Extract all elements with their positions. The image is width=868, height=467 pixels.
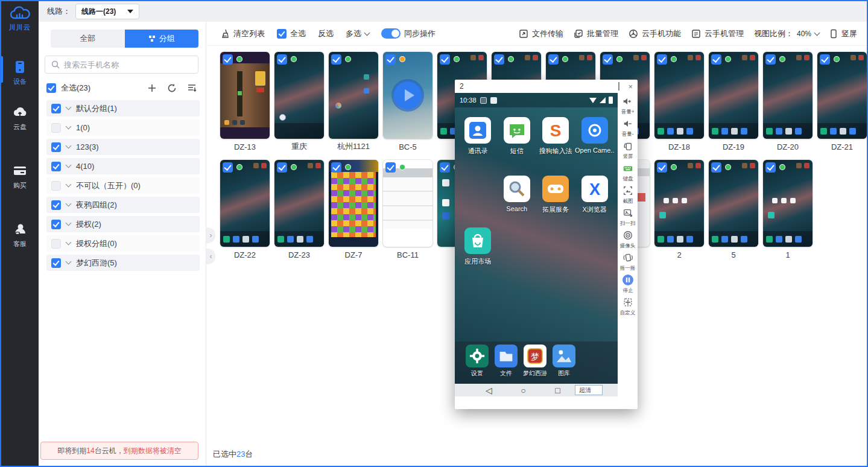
group-row[interactable]: 默认分组(1) bbox=[46, 100, 200, 116]
device-thumb[interactable] bbox=[383, 160, 432, 247]
tool-rotate[interactable]: 竖屏 bbox=[622, 140, 634, 160]
dock-app-mhxy[interactable]: 梦梦幻西游 bbox=[521, 345, 550, 384]
group-checkbox[interactable] bbox=[51, 123, 61, 133]
selected-checkbox[interactable] bbox=[277, 54, 287, 65]
portrait-mode-button[interactable]: 竖屏 bbox=[829, 28, 857, 39]
stream-quality-select[interactable]: 超清 bbox=[575, 385, 603, 395]
sidebar-item-devices[interactable]: 设备 bbox=[1, 55, 39, 91]
selected-checkbox[interactable] bbox=[385, 162, 396, 173]
device-thumb[interactable] bbox=[274, 160, 324, 247]
selected-checkbox[interactable] bbox=[331, 162, 341, 173]
selected-checkbox[interactable] bbox=[277, 162, 287, 173]
selected-checkbox[interactable] bbox=[765, 54, 776, 65]
device-thumb[interactable] bbox=[220, 160, 270, 247]
app-search-app[interactable]: Search bbox=[498, 176, 537, 214]
select-all-toggle[interactable]: 全选 bbox=[277, 28, 306, 39]
play-button[interactable] bbox=[394, 81, 422, 109]
app-sms[interactable]: 短信 bbox=[498, 117, 537, 156]
selected-checkbox[interactable] bbox=[711, 162, 721, 173]
group-checkbox[interactable] bbox=[51, 258, 61, 268]
dock-app-settings[interactable]: 设置 bbox=[463, 345, 492, 384]
group-row[interactable]: 123(3) bbox=[46, 139, 200, 155]
search-input[interactable] bbox=[64, 60, 192, 69]
selected-checkbox[interactable] bbox=[711, 54, 721, 65]
selected-checkbox[interactable] bbox=[440, 162, 450, 173]
selected-checkbox[interactable] bbox=[548, 54, 559, 65]
device-thumb[interactable] bbox=[383, 52, 432, 139]
device-thumb[interactable] bbox=[220, 52, 270, 139]
tool-scan[interactable]: 扫一扫 bbox=[619, 207, 636, 227]
tool-volume-down[interactable]: 音量- bbox=[621, 118, 634, 138]
device-thumb[interactable] bbox=[763, 160, 813, 247]
cloud-phone-manage-button[interactable]: 云手机管理 bbox=[691, 28, 744, 39]
device-thumb[interactable] bbox=[329, 52, 378, 139]
cloud-phone-func-button[interactable]: 云手机功能 bbox=[629, 28, 681, 39]
group-row[interactable]: 授权(2) bbox=[46, 216, 200, 232]
sidebar-item-cloud-disk[interactable]: 云盘 bbox=[1, 100, 39, 136]
sidebar-item-support[interactable]: 客服 bbox=[1, 217, 39, 253]
selected-checkbox[interactable] bbox=[385, 54, 396, 65]
tool-custom[interactable]: 自定义 bbox=[619, 296, 636, 317]
file-transfer-button[interactable]: 文件传输 bbox=[519, 28, 563, 39]
clear-list-button[interactable]: 清空列表 bbox=[220, 28, 265, 39]
group-checkbox[interactable] bbox=[51, 239, 61, 249]
group-row[interactable]: 1(0) bbox=[46, 119, 200, 136]
dock-app-gallery[interactable]: 图库 bbox=[550, 345, 578, 384]
tool-screenshot[interactable]: 截图 bbox=[622, 185, 634, 205]
group-row[interactable]: 授权分组(0) bbox=[46, 235, 200, 252]
add-group-button[interactable] bbox=[147, 83, 157, 94]
selected-checkbox[interactable] bbox=[765, 162, 776, 173]
phone-screen[interactable]: 10:38 通讯录短信S搜狗输入法Open Came..Search拓展服务XX… bbox=[455, 93, 618, 396]
group-row[interactable]: 梦幻西游(5) bbox=[46, 255, 200, 271]
app-xbrowser[interactable]: XX浏览器 bbox=[575, 176, 615, 214]
group-row[interactable]: 不可以（五开）(0) bbox=[46, 177, 200, 194]
selected-checkbox[interactable] bbox=[494, 54, 504, 65]
tab-group[interactable]: 分组 bbox=[125, 30, 199, 48]
group-row[interactable]: 夜鸦四组(2) bbox=[46, 197, 200, 213]
tool-stop[interactable]: 停止 bbox=[622, 274, 634, 294]
device-thumb[interactable] bbox=[817, 52, 867, 139]
device-thumb[interactable] bbox=[654, 160, 704, 247]
selected-checkbox[interactable] bbox=[331, 54, 341, 65]
popup-close-button[interactable]: × bbox=[628, 83, 633, 91]
line-select[interactable]: 线路一(23) bbox=[75, 4, 139, 19]
tool-camera-lens[interactable]: 摄像头 bbox=[619, 229, 636, 250]
selected-checkbox[interactable] bbox=[657, 54, 667, 65]
tool-keyboard[interactable]: 键盘 bbox=[622, 162, 634, 183]
group-checkbox[interactable] bbox=[51, 104, 61, 113]
nav-recents-button[interactable]: □ bbox=[540, 386, 575, 395]
tool-shake[interactable]: 摇一摇 bbox=[619, 252, 636, 272]
tab-all[interactable]: 全部 bbox=[51, 30, 125, 48]
selected-checkbox[interactable] bbox=[223, 54, 233, 65]
popup-titlebar[interactable]: 2 × bbox=[455, 80, 638, 93]
selected-checkbox[interactable] bbox=[657, 162, 667, 173]
app-market[interactable]: 应用市场 bbox=[458, 227, 498, 266]
group-checkbox[interactable] bbox=[51, 220, 61, 229]
toggle-on-icon[interactable] bbox=[381, 28, 401, 39]
nav-home-button[interactable]: ○ bbox=[506, 386, 540, 395]
group-row[interactable]: 4(10) bbox=[46, 158, 200, 174]
app-camera-app[interactable]: Open Came.. bbox=[575, 117, 615, 156]
dock-app-files[interactable]: 文件 bbox=[492, 345, 521, 384]
sync-operation-toggle[interactable]: 同步操作 bbox=[381, 28, 436, 39]
selected-checkbox[interactable] bbox=[440, 54, 450, 65]
sidebar-item-purchase[interactable]: 购买 bbox=[1, 159, 39, 194]
device-thumb[interactable] bbox=[274, 52, 324, 139]
refresh-button[interactable] bbox=[166, 83, 177, 94]
invert-selection-button[interactable]: 反选 bbox=[318, 28, 334, 39]
group-checkbox[interactable] bbox=[51, 142, 61, 152]
select-all-checkbox[interactable] bbox=[46, 83, 56, 93]
app-contacts[interactable]: 通讯录 bbox=[458, 117, 498, 156]
select-all-checkbox[interactable] bbox=[277, 29, 287, 39]
selected-checkbox[interactable] bbox=[223, 162, 233, 173]
popup-maximize-button[interactable] bbox=[618, 83, 619, 90]
device-thumb[interactable] bbox=[709, 160, 758, 247]
app-sogou[interactable]: S搜狗输入法 bbox=[536, 117, 575, 156]
device-thumb[interactable] bbox=[654, 52, 704, 139]
app-extend[interactable]: 拓展服务 bbox=[536, 176, 575, 214]
group-checkbox[interactable] bbox=[51, 200, 61, 210]
view-ratio-select[interactable]: 视图比例：40% bbox=[754, 28, 819, 39]
group-checkbox[interactable] bbox=[51, 181, 61, 191]
selected-checkbox[interactable] bbox=[820, 54, 830, 65]
device-thumb[interactable] bbox=[709, 52, 758, 139]
